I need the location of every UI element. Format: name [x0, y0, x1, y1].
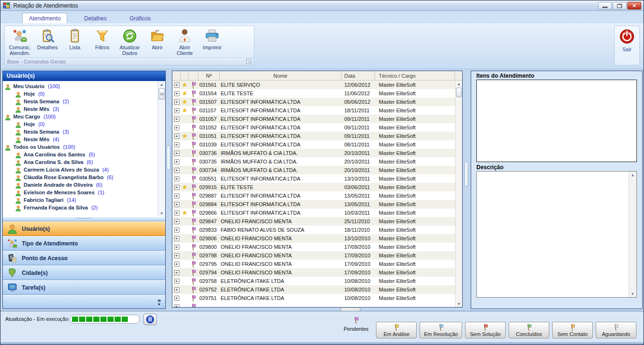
table-row[interactable]: + ★ 029758 ELETRÔNICA ITAKE LTDA 10/08/2… — [172, 277, 462, 285]
scroll-up-icon[interactable]: ▲ — [158, 81, 165, 88]
expand-icon[interactable]: + — [174, 151, 179, 156]
expand-icon[interactable]: + — [174, 185, 179, 190]
expand-icon[interactable]: + — [174, 304, 179, 308]
expand-icon[interactable]: + — [174, 270, 179, 275]
scroll-down-icon[interactable]: ▼ — [158, 210, 165, 217]
expand-icon[interactable]: + — [174, 193, 179, 199]
chevron-more-icon[interactable]: »▼ — [157, 298, 161, 306]
scroll-up-icon[interactable]: ▲ — [456, 81, 462, 87]
table-row[interactable]: + ★ 031057 ELITESOFT INFORMÁTICA LTDA 09… — [172, 115, 462, 123]
table-row[interactable]: + ★ 031051 ELITESOFT INFORMÁTICA LTDA 09… — [172, 132, 462, 140]
table-row[interactable]: + ★ 031561 ELITE SERVIÇO 12/06/2012 Mast… — [172, 81, 462, 89]
expand-icon[interactable]: + — [174, 202, 179, 207]
splitter-handle[interactable] — [465, 162, 468, 186]
table-row[interactable]: + ★ 029798 ONELIO FRANCISCO MENTA 17/09/… — [172, 251, 462, 260]
imprimir-button[interactable]: Imprimir — [199, 27, 225, 50]
expand-icon[interactable]: + — [174, 134, 179, 139]
table-row[interactable]: + ★ 029833 FABIO RENATO ALVES DE SOUZA 1… — [172, 226, 462, 234]
tab-graficos[interactable]: Gráficos — [124, 13, 157, 24]
tree-item[interactable]: Carmem Lúcia Alves de Souza (4) — [15, 166, 157, 173]
comunic-atendim-button[interactable]: Comunic. Atendim. — [7, 27, 33, 56]
expand-icon[interactable]: + — [174, 108, 179, 113]
table-row[interactable]: + ★ 031052 ELITESOFT INFORMÁTICA LTDA 09… — [172, 123, 462, 132]
tree-item[interactable]: Ana Carolina dos Santos (5) — [15, 151, 157, 158]
restore-button[interactable] — [613, 2, 626, 9]
tree-item[interactable]: Meu Usuário (100) — [5, 82, 157, 90]
descricao-scrollbar[interactable]: ▲ ▼ — [628, 172, 636, 297]
table-row[interactable]: + ★ 029795 ONELIO FRANCISCO MENTA 17/09/… — [172, 260, 462, 268]
sidebar-splitter[interactable]: ········· — [3, 217, 165, 221]
expand-icon[interactable]: + — [174, 279, 179, 284]
tree-item[interactable]: Daniele Andrade de Oliveira (6) — [15, 181, 157, 189]
expand-icon[interactable]: + — [174, 227, 179, 233]
scroll-up-icon[interactable]: ▲ — [629, 172, 636, 178]
accordion-footer[interactable]: »▼ — [3, 295, 165, 309]
pause-button[interactable] — [143, 314, 157, 325]
table-row[interactable]: + ★ 029887 ELITESOFT INFORMÁTICA LTDA 13… — [172, 191, 462, 200]
tree-item[interactable]: Ana Carolina S. da Silva (6) — [15, 158, 157, 166]
table-row[interactable]: + ★ — [172, 302, 462, 307]
scroll-thumb[interactable] — [456, 88, 462, 97]
grid-scrollbar[interactable]: ▲ ▼ — [455, 81, 462, 307]
splitter-handle[interactable] — [167, 145, 170, 170]
expand-icon[interactable]: + — [174, 287, 179, 292]
accordion-cidades[interactable]: Cidade(s) — [3, 265, 165, 280]
col-flag[interactable] — [188, 71, 198, 80]
col-star[interactable] — [181, 71, 188, 80]
lista-button[interactable]: Lista — [62, 27, 88, 50]
col-nome[interactable]: Nome — [220, 71, 341, 80]
right-splitter[interactable] — [463, 71, 471, 309]
concluidos-button[interactable]: Concluídos — [509, 322, 549, 338]
atualizar-dados-button[interactable]: Atualizar Dados — [116, 27, 143, 56]
scroll-down-icon[interactable]: ▼ — [456, 300, 462, 307]
table-row[interactable]: + ★ 029866 ELITESOFT INFORMÁTICA LTDA 10… — [172, 209, 462, 217]
table-row[interactable]: + ★ 029806 ONELIO FRANCISCO MENTA 13/10/… — [172, 234, 462, 243]
abrir-cliente-button[interactable]: Abrir Cliente — [171, 27, 198, 56]
tree-item[interactable]: Meu Cargo (100) — [5, 113, 157, 120]
table-row[interactable]: + ★ 029847 ONELIO FRANCISCO MENTA 25/11/… — [172, 217, 462, 226]
tree-item[interactable]: Hoje (0) — [15, 90, 157, 98]
scroll-down-icon[interactable]: ▼ — [629, 291, 636, 297]
tree-item[interactable]: Evielson de Menezes Soares (1) — [15, 189, 157, 196]
tree-item[interactable]: Cláudia Rose Evangelista Barbo (6) — [15, 173, 157, 181]
aguardando-button[interactable]: Aguardando — [596, 322, 636, 338]
close-button[interactable]: ✕ — [627, 2, 641, 9]
expand-icon[interactable]: + — [174, 82, 179, 88]
expand-icon[interactable]: + — [174, 168, 179, 173]
table-row[interactable]: + ★ 029800 ONELIO FRANCISCO MENTA 17/09/… — [172, 243, 462, 251]
table-row[interactable]: + ★ 030735 IRMÃOS MUFFATO & CIA LTDA. 20… — [172, 157, 462, 166]
expand-icon[interactable]: + — [174, 125, 179, 130]
minimize-button[interactable] — [598, 2, 612, 9]
sair-button[interactable]: Sair — [615, 26, 639, 52]
col-tecnico-cargo[interactable]: Técnico / Cargo — [375, 71, 455, 80]
col-numero[interactable]: Nº — [198, 71, 220, 80]
scroll-thumb[interactable] — [159, 88, 165, 100]
expand-icon[interactable]: + — [174, 262, 179, 267]
table-row[interactable]: + ★ 031507 ELITESOFT INFORMÁTICA LTDA 05… — [172, 98, 462, 106]
expand-icon[interactable]: + — [174, 91, 179, 96]
expand-icon[interactable]: + — [174, 159, 179, 164]
accordion-usuarios[interactable]: Usuário(s) — [3, 221, 165, 236]
expand-icon[interactable]: + — [174, 253, 179, 258]
tree-item[interactable]: Neste Mês (4) — [15, 136, 157, 143]
tab-atendimento[interactable]: Atendimento — [22, 13, 67, 23]
detalhes-button[interactable]: Detalhes — [34, 27, 61, 50]
table-row[interactable]: + ★ 031554 ELITE TESTE 11/06/2012 Master… — [172, 89, 462, 98]
table-row[interactable]: + ★ 030551 ELITESOFT INFORMÁTICA LTDA 13… — [172, 174, 462, 183]
expand-icon[interactable]: + — [174, 210, 179, 216]
descricao-box[interactable]: ▲ ▼ — [476, 171, 637, 298]
tab-detalhes[interactable]: Detalhes — [78, 13, 113, 24]
itens-atendimento-box[interactable] — [476, 80, 637, 162]
expand-icon[interactable]: + — [174, 117, 179, 122]
tree-item[interactable]: Todos os Usuários (100) — [5, 143, 157, 151]
tree-item[interactable]: Fabricio Tagliari (14) — [15, 196, 157, 204]
tree-item[interactable]: Neste Mês (3) — [15, 105, 157, 113]
table-row[interactable]: + ★ 030736 IRMÃOS MUFFATO & CIA LTDA. 20… — [172, 149, 462, 157]
filtros-button[interactable]: Filtros — [89, 27, 116, 50]
left-splitter[interactable] — [166, 71, 172, 309]
expand-icon[interactable]: + — [174, 296, 179, 301]
table-row[interactable]: + ★ 031157 ELITESOFT INFORMÁTICA LTDA 18… — [172, 106, 462, 115]
table-row[interactable]: + ★ 031039 ELITESOFT INFORMÁTICA LTDA 08… — [172, 140, 462, 149]
em-analise-button[interactable]: Em Análise — [376, 322, 417, 338]
dialog-launcher-icon[interactable]: ↘ — [246, 59, 251, 64]
